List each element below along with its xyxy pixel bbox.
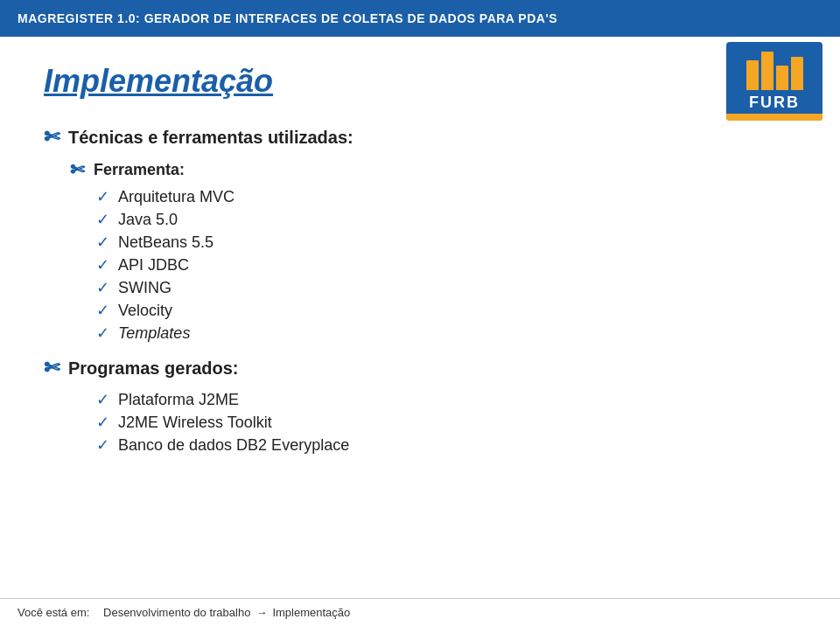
main-content: Implementação ✄ Técnicas e ferramentas u… bbox=[0, 37, 840, 486]
check-icon: ✓ bbox=[96, 435, 109, 455]
check-icon: ✓ bbox=[96, 413, 109, 432]
footer-spacer bbox=[94, 606, 98, 619]
list-item: ✓ Banco de dados DB2 Everyplace bbox=[96, 435, 796, 455]
list-item: ✓ Velocity bbox=[96, 301, 796, 320]
header-title: MAGREGISTER 1.0: GERADOR DE INTERFACES D… bbox=[18, 11, 557, 25]
check-icon: ✓ bbox=[96, 210, 109, 229]
sub-section-1-header: ✄ Ferramenta: bbox=[70, 159, 796, 180]
footer-bar: Você está em: Desenvolvimento do trabalh… bbox=[0, 598, 840, 626]
section-2-icon: ✄ bbox=[44, 357, 60, 379]
page-title: Implementação bbox=[44, 63, 796, 100]
footer-arrow-icon: → bbox=[256, 606, 267, 619]
check-icon: ✓ bbox=[96, 301, 109, 320]
section-1-icon: ✄ bbox=[44, 126, 60, 149]
section-1-header: ✄ Técnicas e ferramentas utilizadas: bbox=[44, 126, 796, 149]
header-bar: MAGREGISTER 1.0: GERADOR DE INTERFACES D… bbox=[0, 0, 840, 37]
sub-section-1-icon: ✄ bbox=[70, 159, 85, 180]
section-2-label: Programas gerados: bbox=[68, 358, 239, 379]
programas-list: ✓ Plataforma J2ME ✓ J2ME Wireless Toolki… bbox=[96, 390, 796, 455]
footer-breadcrumb-start: Desenvolvimento do trabalho bbox=[103, 606, 250, 619]
list-item: ✓ NetBeans 5.5 bbox=[96, 233, 796, 252]
check-icon: ✓ bbox=[96, 255, 109, 275]
list-item: ✓ J2ME Wireless Toolkit bbox=[96, 413, 796, 432]
footer-breadcrumb-end: Implementação bbox=[272, 606, 350, 619]
check-icon: ✓ bbox=[96, 187, 109, 206]
check-icon: ✓ bbox=[96, 323, 109, 343]
list-item: ✓ Templates bbox=[96, 323, 796, 343]
list-item: ✓ API JDBC bbox=[96, 255, 796, 275]
ferramenta-list: ✓ Arquitetura MVC ✓ Java 5.0 ✓ NetBeans … bbox=[96, 187, 796, 343]
list-item: ✓ Java 5.0 bbox=[96, 210, 796, 229]
check-icon: ✓ bbox=[96, 390, 109, 409]
footer-you-are-at: Você está em: bbox=[18, 606, 89, 619]
list-item: ✓ Arquitetura MVC bbox=[96, 187, 796, 206]
list-item: ✓ Plataforma J2ME bbox=[96, 390, 796, 409]
check-icon: ✓ bbox=[96, 278, 109, 297]
section-2-header: ✄ Programas gerados: bbox=[44, 357, 796, 379]
sub-section-1-label: Ferramenta: bbox=[94, 161, 185, 179]
check-icon: ✓ bbox=[96, 233, 109, 252]
list-item: ✓ SWING bbox=[96, 278, 796, 297]
section-1-label: Técnicas e ferramentas utilizadas: bbox=[68, 128, 354, 148]
